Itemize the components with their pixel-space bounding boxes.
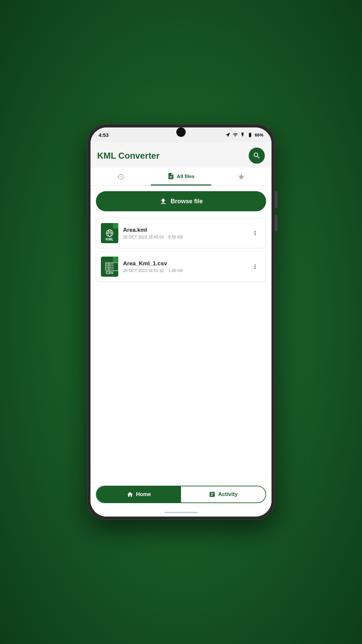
svg-text:KML: KML <box>106 237 114 241</box>
star-icon <box>238 173 245 180</box>
send-icon <box>225 132 231 138</box>
browse-button-label: Browse file <box>171 198 203 205</box>
kml-icon-svg: KML <box>101 223 118 243</box>
tabs-row: All files <box>90 168 272 186</box>
app-header: KML Converter <box>90 142 272 168</box>
nav-bar: Home Activity <box>96 486 266 503</box>
nav-home-label: Home <box>136 491 151 497</box>
upload-icon <box>159 197 167 205</box>
csv-icon-svg: CSV <box>101 257 118 277</box>
search-button[interactable] <box>249 148 265 164</box>
csv-file-date: 26 OCT 2023 16:51:32 <box>123 268 164 273</box>
status-icons: 66% <box>225 132 263 138</box>
kml-file-name: Area.kml <box>123 227 244 233</box>
csv-more-button[interactable] <box>249 261 261 273</box>
kml-more-button[interactable] <box>249 227 261 239</box>
file-item-kml[interactable]: KML Area.kml <box>96 218 266 248</box>
kml-file-icon: KML <box>101 223 118 243</box>
kml-file-meta: 26 OCT 2023 16:45:03 9.55 KB <box>123 235 244 239</box>
csv-file-info: Area_Kml_1.csv 26 OCT 2023 16:51:32 1.40… <box>123 260 244 273</box>
search-icon <box>253 152 261 160</box>
tab-favorites[interactable] <box>211 168 272 185</box>
battery-icon <box>247 132 253 138</box>
svg-rect-1 <box>113 223 118 228</box>
svg-text:CSV: CSV <box>106 271 114 275</box>
home-icon <box>127 491 133 498</box>
activity-icon <box>209 491 216 498</box>
home-indicator <box>90 508 272 517</box>
kml-file-size: 9.55 KB <box>168 235 183 239</box>
volume-button[interactable] <box>275 191 278 208</box>
more-vert-icon <box>252 230 258 236</box>
more-vert-icon-2 <box>252 263 258 270</box>
tab-allfiles[interactable]: All files <box>151 168 211 185</box>
home-bar <box>164 512 198 513</box>
bottom-nav: Home Activity <box>90 482 272 508</box>
csv-file-size: 1.40 KB <box>168 268 183 273</box>
charging-icon <box>240 132 245 138</box>
history-icon <box>117 173 124 180</box>
file-icon <box>167 172 175 180</box>
csv-file-name: Area_Kml_1.csv <box>123 260 244 267</box>
status-time: 4:53 <box>99 132 109 138</box>
csv-file-meta: 26 OCT 2023 16:51:32 1.40 KB <box>123 268 244 273</box>
wifi-icon <box>233 132 238 138</box>
file-item-csv[interactable]: CSV Area_Kml_1.csv <box>96 252 266 282</box>
battery-percent: 66% <box>255 132 263 138</box>
tab-allfiles-label: All files <box>177 173 194 179</box>
kml-file-info: Area.kml 26 OCT 2023 16:45:03 9.55 KB <box>123 227 244 239</box>
nav-home[interactable]: Home <box>97 486 181 502</box>
browse-file-button[interactable]: Browse file <box>96 191 266 211</box>
svg-rect-7 <box>113 257 118 262</box>
kml-file-date: 26 OCT 2023 16:45:03 <box>123 235 164 239</box>
nav-activity-label: Activity <box>218 491 238 497</box>
volume-button-2[interactable] <box>275 215 278 231</box>
file-list: KML Area.kml <box>96 218 266 287</box>
tab-recent[interactable] <box>90 168 151 185</box>
camera-notch <box>176 127 186 137</box>
csv-file-icon: CSV <box>101 257 118 277</box>
file-list-area: Browse file KML <box>90 186 272 482</box>
app-title: KML Converter <box>97 151 160 161</box>
nav-activity[interactable]: Activity <box>181 486 265 502</box>
